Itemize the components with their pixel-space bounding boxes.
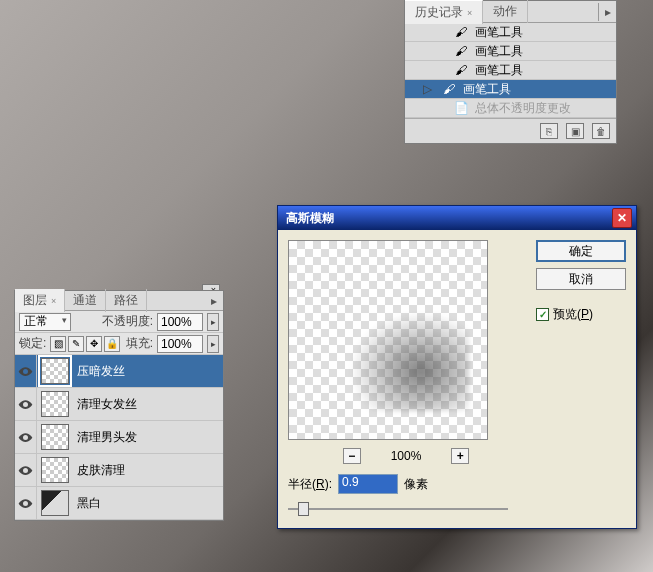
brush-icon: 🖌 [453, 43, 469, 59]
history-item[interactable]: ▷ 📄 总体不透明度更改 [405, 99, 616, 118]
layer-row[interactable]: 黑白 [15, 487, 223, 520]
zoom-in-button[interactable]: + [451, 448, 469, 464]
layer-name: 黑白 [73, 495, 223, 512]
dialog-titlebar[interactable]: 高斯模糊 ✕ [278, 206, 636, 230]
lock-label: 锁定: [19, 335, 46, 352]
dialog-title: 高斯模糊 [282, 210, 612, 227]
history-item-label: 总体不透明度更改 [475, 100, 571, 117]
layers-flyout-icon[interactable]: ▸ [205, 292, 223, 310]
lock-buttons: ▧ ✎ ✥ 🔒 [50, 336, 120, 352]
brush-icon: 🖌 [441, 81, 457, 97]
preview-area: − 100% + 半径(R): 0.9 像素 [288, 240, 524, 518]
tab-actions[interactable]: 动作 [483, 0, 528, 23]
tab-history[interactable]: 历史记录 [405, 0, 483, 24]
history-item-label: 画笔工具 [475, 43, 523, 60]
layer-row[interactable]: 清理女发丝 [15, 388, 223, 421]
cancel-button[interactable]: 取消 [536, 268, 626, 290]
zoom-controls: − 100% + [288, 448, 524, 464]
visibility-toggle-icon[interactable] [15, 454, 37, 486]
history-panel: 历史记录 动作 ▸ ▷ 🖌 画笔工具 ▷ 🖌 画笔工具 ▷ 🖌 画笔工具 ▷ 🖌… [404, 0, 617, 144]
radius-slider[interactable] [288, 500, 508, 518]
zoom-value: 100% [391, 449, 422, 463]
history-tabs: 历史记录 动作 ▸ [405, 1, 616, 23]
layers-panel: 图层 通道 路径 ▸ 正常 不透明度: 100% ▸ 锁定: ▧ ✎ ✥ 🔒 填… [14, 290, 224, 521]
layer-thumbnail[interactable] [41, 490, 69, 516]
layer-name: 清理男头发 [73, 429, 223, 446]
zoom-out-button[interactable]: − [343, 448, 361, 464]
history-item-label: 画笔工具 [475, 24, 523, 41]
slider-track [288, 508, 508, 510]
gaussian-blur-dialog: 高斯模糊 ✕ − 100% + 半径(R): 0.9 像素 确定 [277, 205, 637, 529]
history-flyout-icon[interactable]: ▸ [598, 3, 616, 21]
layer-thumbnail[interactable] [41, 457, 69, 483]
blend-mode-select[interactable]: 正常 [19, 313, 71, 331]
preview-content [349, 311, 469, 411]
close-icon[interactable]: ✕ [612, 208, 632, 228]
visibility-toggle-icon[interactable] [15, 421, 37, 453]
layers-lock-row: 锁定: ▧ ✎ ✥ 🔒 填充: 100% ▸ [15, 333, 223, 355]
lock-transparency-icon[interactable]: ▧ [50, 336, 66, 352]
opacity-label: 不透明度: [102, 313, 153, 330]
history-list: ▷ 🖌 画笔工具 ▷ 🖌 画笔工具 ▷ 🖌 画笔工具 ▷ 🖌 画笔工具 ▷ 📄 … [405, 23, 616, 118]
layer-name: 清理女发丝 [73, 396, 223, 413]
tab-layers[interactable]: 图层 [15, 289, 65, 312]
document-icon: 📄 [453, 100, 469, 116]
history-item[interactable]: ▷ 🖌 画笔工具 [405, 61, 616, 80]
history-item-label: 画笔工具 [463, 81, 511, 98]
opacity-flyout-icon[interactable]: ▸ [207, 313, 219, 331]
preview-checkbox-label: 预览(P) [553, 306, 593, 323]
lock-all-icon[interactable]: 🔒 [104, 336, 120, 352]
history-item[interactable]: ▷ 🖌 画笔工具 [405, 23, 616, 42]
layer-thumbnail[interactable] [41, 391, 69, 417]
history-pointer-icon: ▷ [423, 82, 435, 96]
fill-label: 填充: [126, 335, 153, 352]
layers-blend-row: 正常 不透明度: 100% ▸ [15, 311, 223, 333]
preview-image[interactable] [288, 240, 488, 440]
history-snapshot-icon[interactable]: ⎘ [540, 123, 558, 139]
history-item-label: 画笔工具 [475, 62, 523, 79]
history-item[interactable]: ▷ 🖌 画笔工具 [405, 42, 616, 61]
layer-name: 皮肤清理 [73, 462, 223, 479]
visibility-toggle-icon[interactable] [15, 487, 37, 519]
brush-icon: 🖌 [453, 62, 469, 78]
brush-icon: 🖌 [453, 24, 469, 40]
history-footer: ⎘ ▣ 🗑 [405, 118, 616, 143]
tab-paths[interactable]: 路径 [106, 289, 147, 312]
fill-input[interactable]: 100% [157, 335, 203, 353]
fill-flyout-icon[interactable]: ▸ [207, 335, 219, 353]
tab-channels[interactable]: 通道 [65, 289, 106, 312]
ok-button[interactable]: 确定 [536, 240, 626, 262]
layers-tabs: 图层 通道 路径 ▸ [15, 291, 223, 311]
radius-label: 半径(R): [288, 476, 332, 493]
visibility-toggle-icon[interactable] [15, 355, 37, 387]
visibility-toggle-icon[interactable] [15, 388, 37, 420]
layer-row[interactable]: 皮肤清理 [15, 454, 223, 487]
history-item[interactable]: ▷ 🖌 画笔工具 [405, 80, 616, 99]
checkbox-icon[interactable]: ✓ [536, 308, 549, 321]
slider-thumb[interactable] [298, 502, 309, 516]
preview-checkbox-row[interactable]: ✓ 预览(P) [536, 306, 626, 323]
radius-unit: 像素 [404, 476, 428, 493]
layer-name: 压暗发丝 [73, 363, 223, 380]
layer-thumbnail[interactable] [41, 358, 69, 384]
history-new-icon[interactable]: ▣ [566, 123, 584, 139]
radius-input[interactable]: 0.9 [338, 474, 398, 494]
layer-row[interactable]: 压暗发丝 [15, 355, 223, 388]
layers-list: 压暗发丝 清理女发丝 清理男头发 皮肤清理 黑白 [15, 355, 223, 520]
dialog-buttons: 确定 取消 ✓ 预览(P) [536, 240, 626, 518]
layer-thumbnail[interactable] [41, 424, 69, 450]
radius-row: 半径(R): 0.9 像素 [288, 474, 524, 494]
layer-row[interactable]: 清理男头发 [15, 421, 223, 454]
lock-position-icon[interactable]: ✥ [86, 336, 102, 352]
dialog-body: − 100% + 半径(R): 0.9 像素 确定 取消 ✓ 预览(P) [278, 230, 636, 528]
history-delete-icon[interactable]: 🗑 [592, 123, 610, 139]
lock-pixels-icon[interactable]: ✎ [68, 336, 84, 352]
opacity-input[interactable]: 100% [157, 313, 203, 331]
